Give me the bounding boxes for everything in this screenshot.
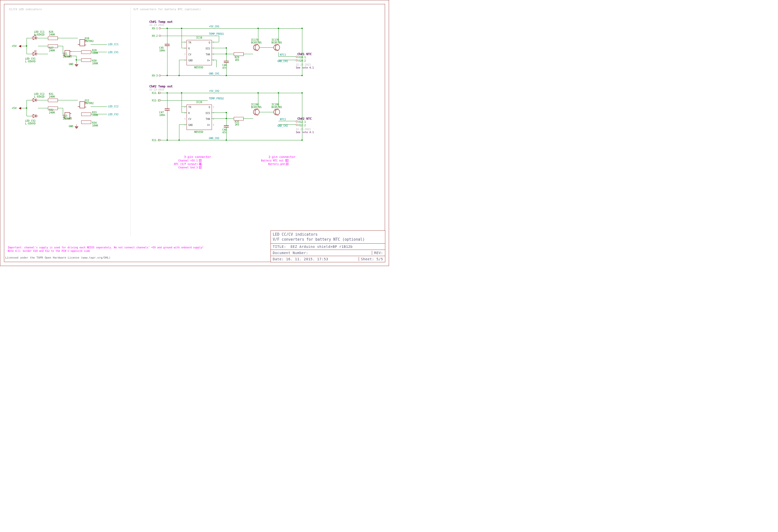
ic20-name: IC20 (196, 101, 202, 103)
note-41-ref1: See note 4.1 (296, 66, 314, 69)
ch1-ntc: Ch#1 NTC (297, 53, 312, 56)
r27-name: R27 (49, 47, 54, 49)
pin-dis: DIS (206, 47, 210, 50)
r29-name: R29 (235, 56, 239, 59)
legend2-title: 2-pin connector (268, 155, 295, 159)
q12-part: 2N7002 (85, 102, 94, 104)
pin-r: R (188, 47, 190, 50)
led-cc2-part: L-934ID (34, 95, 45, 98)
note-41: Note 4.1: Solder X10 and X12 to the PCB'… (8, 250, 90, 252)
gnd-label-2: GND (69, 125, 73, 128)
pin-cv: CV (188, 53, 191, 56)
tb-docnum-lbl: Document Number: (273, 251, 308, 255)
schematic-sheet: CC/CV LED indicators V/F converters for … (0, 0, 389, 266)
q10-name: Q10 (85, 37, 89, 40)
r26-val: 240R (49, 33, 55, 36)
r31-name: R31 (49, 93, 54, 95)
ic18: IC18 NE555D 2TR 3Q 4R 7DIS 5CV 6THR 1GND… (186, 40, 212, 65)
pin-tr: TR (188, 106, 191, 108)
r26-name: R26 (49, 30, 54, 33)
r34-name: R34 (92, 122, 97, 124)
section-title-right: V/F converters for battery NTC (optional… (133, 8, 201, 11)
tb-title-lbl: TITLE: (273, 245, 286, 249)
ic17a-name: IC17A (251, 39, 258, 41)
legend2-row2: Battery gnd (261, 163, 285, 165)
r34-val: 100K (92, 124, 98, 127)
r35-name: R35 (235, 121, 239, 123)
r29 (234, 53, 244, 56)
net-gndch1-2: GND_CH1 (278, 60, 288, 63)
led-cc1 (31, 35, 38, 41)
pin-thr: THR (206, 53, 210, 56)
ic19b-name: IC19B (271, 103, 279, 106)
c48-val: 47n (222, 131, 227, 134)
c46-val: 47n (222, 67, 227, 69)
ch1-conn: 22-23-2031 (149, 23, 164, 26)
x11-1: X11-1 (152, 92, 159, 94)
x9-3: X9-3 (152, 74, 158, 77)
tb-line1: LED CC/CV indicators (273, 232, 383, 237)
ic20-part: NE555D (194, 131, 203, 133)
svg-marker-25 (33, 114, 36, 118)
legend2-row1: Battery NTC out 1 (261, 159, 285, 162)
net-led-cv1: LED_CV1 (108, 51, 119, 54)
ic19a-part: BC857BS (251, 106, 261, 108)
net-tempfreq1: TEMP_FREQ1 (209, 32, 224, 35)
r31 (48, 99, 58, 102)
c47-name: C47 (159, 111, 164, 114)
q11-part: 2N7002 (63, 55, 72, 58)
q12-name: Q12 (85, 99, 89, 102)
led-cv2-name: LED_CV2 (25, 120, 35, 122)
tb-rev-lbl: REV: (374, 251, 383, 255)
pin-tr: TR (188, 41, 191, 44)
net-ntc1: NTC1 (280, 53, 286, 56)
ch2-conn: 22-23-2031 (149, 88, 164, 91)
r30-name: R30 (92, 59, 97, 62)
ch2-temp-out: Ch#2 Temp out (149, 85, 173, 88)
c45-val: 100n (159, 49, 165, 52)
svg-point-36 (253, 45, 259, 51)
r33 (81, 112, 91, 116)
pin-gnd: GND (188, 124, 193, 127)
pin-q: Q (209, 41, 210, 44)
legend3-row2: NTC (V/F output) 2 (174, 163, 198, 165)
led-cc1-name: LED_CC1 (34, 30, 45, 33)
net-led-cc2: LED_CC2 (108, 105, 119, 108)
pin-cv: CV (188, 118, 191, 121)
net-gndch2-2: GND_CH2 (278, 125, 288, 127)
pin-q: Q (209, 106, 210, 108)
svg-point-48 (274, 109, 280, 115)
pin-thr: THR (206, 118, 210, 121)
svg-marker-1 (33, 36, 36, 40)
x9-2: X9-2 (152, 34, 158, 37)
svg-line-11 (35, 51, 36, 52)
r28 (81, 51, 91, 54)
tb-title: EEZ Arduino shield+BP r1B12b (290, 245, 353, 249)
svg-rect-16 (80, 40, 85, 46)
license-text: Licensed under the TAPR Open Hardware Li… (5, 256, 110, 259)
ch2-ntc: Ch#2 NTC (297, 117, 312, 121)
pin-gnd: GND (188, 59, 193, 62)
q10-part: 2N7002 (85, 40, 94, 43)
ic20: IC20 NE555D 2TR 3Q 4R 7DIS 5CV 6THR 1GND… (186, 104, 212, 130)
q13-name: Q13 (63, 115, 67, 117)
ic19a-name: IC19A (251, 103, 258, 106)
ch1-temp-out: Ch#1 Temp out (149, 20, 173, 23)
led-cc1-part: L-934ID (34, 33, 45, 36)
led-cv1 (31, 51, 38, 57)
ic17a-part: BC857BS (251, 41, 261, 44)
pin-dis: DIS (206, 112, 210, 115)
r30 (81, 58, 91, 62)
note-important: Important: channel's supply is used for … (8, 246, 204, 249)
ch2-ntc-conn: 22-23-2021 (296, 128, 311, 131)
r35-val: 1K5 (235, 123, 239, 126)
c45-name: C45 (159, 47, 164, 49)
svg-point-44 (253, 109, 259, 115)
x11-2: X11-2 (152, 99, 159, 102)
ic19b-part: BC857BS (271, 106, 282, 108)
tb-line2: V/F converters for battery NTC (optional… (273, 237, 383, 242)
legend3-row3: Channel Gnd 3 (174, 166, 198, 169)
arrow-icon (19, 107, 21, 109)
vf-block-1: Ch#1 Temp out 22-23-2031 X9-1 X9-2 X9-3 … (134, 20, 313, 80)
r32-name: R32 (49, 108, 54, 111)
